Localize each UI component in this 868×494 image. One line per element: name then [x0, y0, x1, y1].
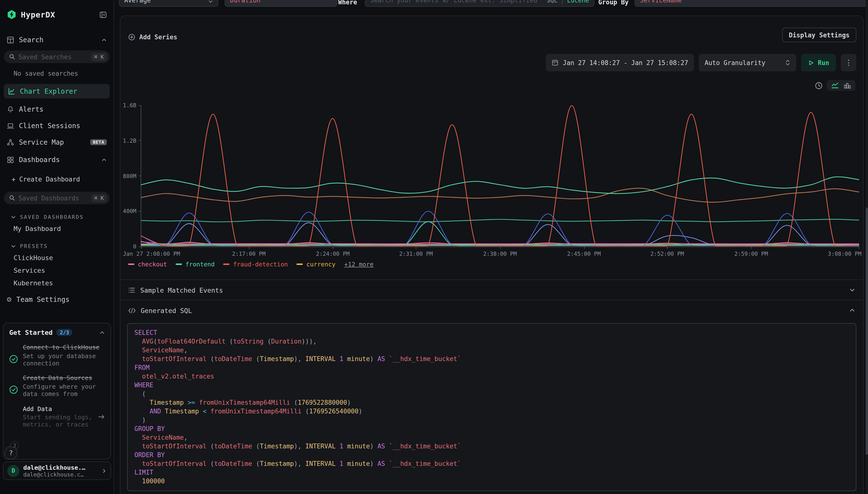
sidebar-item-alerts[interactable]: Alerts: [0, 103, 114, 115]
more-options-button[interactable]: ⋮: [841, 54, 856, 71]
chevron-up-icon: [101, 37, 107, 42]
sidebar-section-header[interactable]: SAVED DASHBOARDS: [11, 213, 114, 221]
x-axis-tick: [667, 247, 668, 249]
step-number: [9, 405, 18, 429]
sidebar-item-service-map[interactable]: Service Map BETA: [0, 136, 114, 148]
legend-item-checkout[interactable]: checkout: [128, 261, 167, 268]
y-axis-tick: [139, 140, 141, 141]
search-placeholder: Search your events w/ Lucene ext. Simpli…: [370, 0, 542, 4]
sidebar-section-header[interactable]: PRESETS: [11, 242, 114, 250]
series-other-9: [141, 211, 859, 246]
sql-line: toStartOfInterval (toDateTime (Timestamp…: [134, 442, 849, 451]
x-axis-label: Jan 27 2:08:00 PM: [123, 250, 180, 257]
sql-line: ServiceName,: [134, 346, 849, 355]
query-language-toggle[interactable]: SQL | Lucene: [546, 0, 589, 4]
generated-sql-row[interactable]: Generated SQL: [120, 300, 863, 320]
sidebar-item-label: Search: [19, 36, 97, 44]
chevron-up-icon[interactable]: [99, 330, 105, 335]
user-menu[interactable]: D dale@clickhouse.… dale@clickhouse.c…: [3, 461, 111, 480]
table-icon: [7, 36, 14, 43]
logo-row: HyperDX: [0, 0, 114, 19]
sidebar-section: SAVED DASHBOARDSMy Dashboard: [0, 213, 114, 233]
create-dashboard-button[interactable]: + Create Dashboard: [12, 174, 114, 184]
legend-dash: [224, 264, 230, 265]
mode-lucene[interactable]: Lucene: [567, 0, 589, 4]
check-circle-icon: [9, 344, 18, 367]
sidebar-item-chart-explorer[interactable]: Chart Explorer: [4, 84, 110, 98]
chevron-up-icon[interactable]: [849, 307, 855, 314]
legend-item-currency[interactable]: currency: [297, 261, 335, 268]
legend-label: currency: [306, 261, 335, 268]
bar-chart-icon[interactable]: [844, 82, 851, 89]
collapse-sidebar-icon[interactable]: [99, 11, 107, 18]
page-scrollbar[interactable]: [866, 0, 868, 494]
sidebar-item-label: Chart Explorer: [20, 87, 106, 95]
chart-canvas: [141, 105, 859, 247]
help-button[interactable]: ?: [4, 446, 17, 459]
get-started-progress-badge: 2/3: [57, 329, 73, 336]
sidebar-item-search[interactable]: Search: [0, 34, 114, 45]
time-series-chart[interactable]: 1.6B1.2B800M400M0Jan 27 2:08:00 PM2:17:0…: [141, 105, 859, 247]
step-title: Connect to ClickHouse: [23, 344, 99, 351]
legend-dash: [128, 264, 134, 265]
run-label: Run: [818, 59, 829, 66]
search-input[interactable]: Search your events w/ Lucene ext. Simpli…: [365, 0, 594, 7]
scrollbar-thumb[interactable]: [866, 207, 868, 454]
dashboards-icon: [7, 156, 14, 163]
saved-searches-input[interactable]: Saved Searches ⌘ K: [4, 51, 110, 63]
y-axis-label: 1.6B: [123, 102, 136, 109]
get-started-title: Get Started: [9, 328, 53, 336]
sidebar: HyperDX Search Saved Searches ⌘ K No sav…: [0, 0, 114, 494]
field-input[interactable]: Duration: [225, 0, 337, 7]
sql-code-block[interactable]: SELECT AVG(toFloat64OrDefault (toString …: [127, 323, 856, 491]
sql-line: WHERE: [134, 381, 849, 390]
line-chart-icon[interactable]: [831, 82, 839, 89]
group-by-label: Group By: [598, 0, 629, 6]
sidebar-item-dashboards[interactable]: Dashboards: [0, 154, 114, 166]
check-circle-icon: [9, 375, 18, 398]
granularity-select[interactable]: Auto Granularity: [699, 54, 796, 71]
shortcut-kbd: ⌘ K: [91, 53, 107, 61]
sidebar-item-kubernetes[interactable]: Kubernetes: [14, 278, 114, 288]
get-started-step-add-data[interactable]: Add Data Start sending logs, metrics, or…: [9, 405, 105, 429]
get-started-step-connect[interactable]: Connect to ClickHouse Set up your databa…: [9, 344, 105, 367]
x-axis-tick: [249, 247, 249, 249]
aggregation-select[interactable]: Average: [119, 0, 218, 7]
y-axis-label: 800M: [123, 172, 136, 179]
legend-label: fraud-detection: [233, 261, 288, 268]
get-started-step-sources[interactable]: Create Data Sources Configure where your…: [9, 375, 105, 398]
granularity-value: Auto Granularity: [705, 59, 765, 66]
sidebar-item-team-settings[interactable]: ⚙ Team Settings: [0, 293, 114, 305]
sidebar-item-clickhouse[interactable]: ClickHouse: [14, 253, 114, 263]
sidebar-item-client-sessions[interactable]: Client Sessions: [0, 120, 114, 132]
add-series-button[interactable]: Add Series: [128, 34, 177, 41]
get-started-card: Get Started 2/3 Connect to ClickHouse Se…: [3, 323, 111, 459]
saved-dashboards-placeholder: Saved Dashboards: [18, 194, 88, 202]
legend-item-frontend[interactable]: frontend: [176, 261, 214, 268]
sample-matched-events-row[interactable]: Sample Matched Events: [120, 280, 863, 300]
legend-label: checkout: [138, 261, 167, 268]
date-range-picker[interactable]: Jan 27 14:08:27 - Jan 27 15:08:27: [546, 54, 694, 71]
display-settings-button[interactable]: Display Settings: [782, 28, 856, 42]
chart-panel: Add Series Display Settings Jan 27 14:08…: [120, 16, 864, 494]
sidebar-item-label: Service Map: [19, 138, 85, 146]
legend-item-fraud-detection[interactable]: fraud-detection: [224, 261, 288, 268]
sql-line: (: [134, 390, 849, 398]
sidebar-item-services[interactable]: Services: [14, 265, 114, 275]
sql-line: LIMIT: [134, 468, 849, 477]
sql-line: ORDER BY: [134, 451, 849, 459]
chevron-down-icon[interactable]: [849, 287, 855, 293]
legend-more-link[interactable]: +12 more: [344, 261, 373, 268]
mode-sql[interactable]: SQL: [546, 0, 558, 4]
plus-circle-icon: [128, 34, 135, 41]
y-axis-label: 400M: [123, 208, 136, 215]
sidebar-item-my-dashboard[interactable]: My Dashboard: [14, 224, 114, 233]
query-bar: Average Duration Where Search your event…: [119, 0, 868, 8]
group-by-input[interactable]: ServiceName: [635, 0, 868, 7]
run-button[interactable]: Run: [801, 54, 836, 71]
code-icon: [128, 307, 136, 313]
hyperdx-logo-icon: [7, 10, 17, 19]
step-desc: Set up your database connection: [23, 353, 105, 367]
clock-icon[interactable]: [815, 81, 823, 90]
saved-dashboards-input[interactable]: Saved Dashboards ⌘ K: [4, 192, 110, 204]
